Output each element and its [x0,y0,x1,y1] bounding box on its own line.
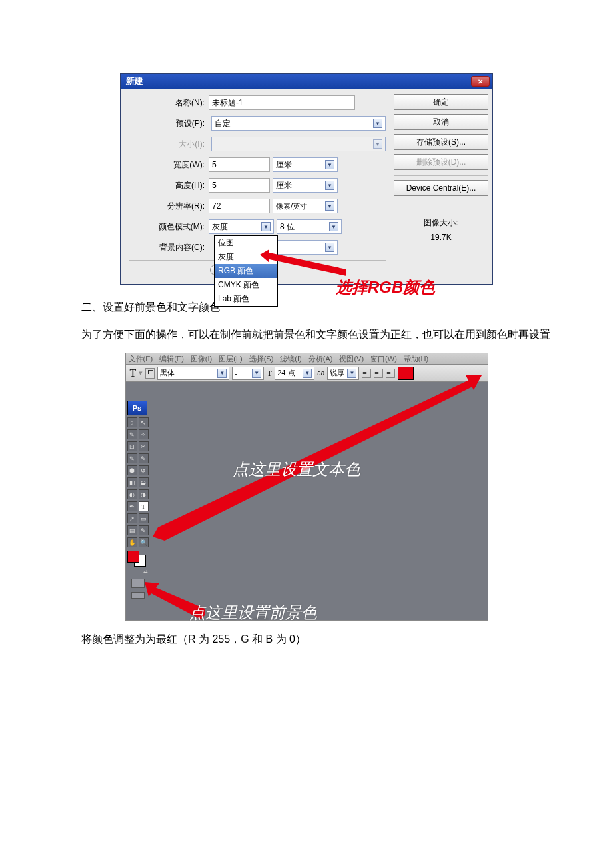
name-label: 名称(N): [129,97,209,109]
aa-label: aa [317,369,324,377]
history-brush-icon[interactable]: ↺ [139,465,149,475]
new-file-dialog: 新建 ✕ 名称(N): 预设(P): 自定 ▼ [120,73,493,285]
orientation-icon[interactable]: IT [145,368,155,379]
device-central-button[interactable]: Device Central(E)... [394,180,488,196]
menu-item[interactable]: 图像(I) [191,354,212,364]
photoshop-logo-icon: Ps [127,401,147,415]
resolution-input[interactable] [209,199,270,213]
annotation-select-rgb: 选择RGB颜色 [336,277,435,298]
photoshop-screenshot: 文件(E) 编辑(E) 图像(I) 图层(L) 选择(S) 滤镜(I) 分析(A… [125,353,488,621]
menu-item[interactable]: 窗口(W) [370,354,397,364]
font-size-icon: T [267,368,272,379]
image-size-label: 图像大小: [394,217,488,229]
menu-item[interactable]: 图层(L) [219,354,242,364]
canvas-area: Ps ○↖ ✎✧ ⊡✂ ✎✎ ⬢↺ ◧◒ ◐◑ ✒T ↗▭ ▤✎ ✋🔍 ⇄ [125,382,488,621]
align-center-icon[interactable]: ≡ [374,369,383,378]
stamp-tool-icon[interactable]: ⬢ [127,465,137,475]
chevron-down-icon: ▼ [303,369,312,378]
ok-button[interactable]: 确定 [394,94,488,110]
bg-content-select[interactable]: ▼ [273,240,338,255]
dodge-tool-icon[interactable]: ◑ [139,489,149,499]
anti-alias-select[interactable]: 锐厚 ▼ [327,367,359,380]
close-button[interactable]: ✕ [471,76,490,87]
type-tool-icon[interactable]: T [139,501,149,511]
name-input[interactable] [209,95,355,110]
chevron-down-icon: ▼ [325,181,334,190]
notes-tool-icon[interactable]: ▤ [127,525,137,535]
slice-tool-icon[interactable]: ✂ [139,441,149,451]
chevron-down-icon: ▼ [325,243,334,252]
mode-option[interactable]: 位图 [215,236,277,250]
height-unit-select[interactable]: 厘米 ▼ [273,178,338,193]
mode-option[interactable]: Lab 颜色 [215,292,277,306]
resolution-label: 分辨率(R): [129,201,209,212]
menu-item[interactable]: 文件(E) [129,354,153,364]
menu-item[interactable]: 分析(A) [308,354,333,364]
menu-item[interactable]: 选择(S) [249,354,274,364]
path-tool-icon[interactable]: ↗ [127,513,137,523]
mode-option[interactable]: 灰度 [215,250,277,264]
menu-item[interactable]: 编辑(E) [159,354,184,364]
width-label: 宽度(W): [129,159,209,171]
move-tool-icon[interactable]: ↖ [139,417,149,427]
color-mode-dropdown-list[interactable]: 位图 灰度 RGB 颜色 CMYK 颜色 Lab 颜色 [214,235,278,307]
page: 新建 ✕ 名称(N): 预设(P): 自定 ▼ [0,0,613,868]
preset-select[interactable]: 自定 ▼ [211,116,386,131]
width-input[interactable] [209,157,270,172]
swap-colors-icon[interactable]: ⇄ [127,569,149,575]
chevron-down-icon: ▼ [325,160,334,169]
brush-tool-icon[interactable]: ✎ [127,453,137,463]
eyedropper-tool-icon[interactable]: ✎ [139,525,149,535]
foreground-color-swatch[interactable] [127,551,139,563]
annotation-foreground-color: 点这里设置前景色 [189,602,317,623]
size-label: 大小(I): [129,139,209,150]
text-color-swatch[interactable] [398,367,414,380]
menu-item[interactable]: 视图(V) [339,354,364,364]
font-style-select[interactable]: - ▼ [232,367,264,380]
quickmask-icon[interactable] [131,579,145,588]
bucket-tool-icon[interactable]: ◒ [139,477,149,487]
screenmode-icon[interactable] [131,592,145,599]
hand-tool-icon[interactable]: ✋ [127,537,137,547]
zoom-tool-icon[interactable]: 🔍 [139,537,149,547]
image-size-value: 19.7K [394,233,488,242]
preset-label: 预设(P): [129,118,209,129]
menu-item[interactable]: 帮助(H) [404,354,428,364]
color-swatches[interactable] [127,551,146,567]
chevron-down-icon: ▼ [217,369,227,378]
chevron-down-icon: ▼ [373,139,382,149]
wand-tool-icon[interactable]: ✧ [139,429,149,439]
delete-preset-button: 删除预设(D)... [394,154,488,170]
font-family-select[interactable]: 黑体 ▼ [157,367,229,380]
mode-option-selected[interactable]: RGB 颜色 [215,264,277,278]
align-left-icon[interactable]: ≡ [362,369,371,378]
shape-tool-icon[interactable]: ▭ [139,513,149,523]
chevron-down-icon: ▼ [347,369,356,378]
paragraph-footer: 将颜色调整为为最红（R 为 255，G 和 B 为 0） [60,630,553,648]
menu-item[interactable]: 滤镜(I) [280,354,301,364]
resolution-unit-select[interactable]: 像素/英寸 ▼ [273,199,338,213]
tool-icon[interactable]: ○ [127,417,137,427]
eraser-tool-icon[interactable]: ◧ [127,477,137,487]
lasso-tool-icon[interactable]: ✎ [127,429,137,439]
pencil-tool-icon[interactable]: ✎ [139,453,149,463]
menubar[interactable]: 文件(E) 编辑(E) 图像(I) 图层(L) 选择(S) 滤镜(I) 分析(A… [125,353,488,365]
bg-content-label: 背景内容(C): [129,242,209,253]
height-input[interactable] [209,178,270,193]
toolbox: Ps ○↖ ✎✧ ⊡✂ ✎✎ ⬢↺ ◧◒ ◐◑ ✒T ↗▭ ▤✎ ✋🔍 ⇄ [126,398,151,601]
align-right-icon[interactable]: ≡ [386,369,395,378]
font-size-select[interactable]: 24 点 ▼ [275,367,314,380]
chevron-down-icon: ▼ [373,119,382,128]
crop-tool-icon[interactable]: ⊡ [127,441,137,451]
mode-option[interactable]: CMYK 颜色 [215,278,277,292]
cancel-button[interactable]: 取消 [394,114,488,130]
type-tool-icon: T [130,367,137,379]
blur-tool-icon[interactable]: ◐ [127,489,137,499]
width-unit-select[interactable]: 厘米 ▼ [273,157,338,172]
annotation-text-color: 点这里设置文本色 [233,459,360,480]
save-preset-button[interactable]: 存储预设(S)... [394,134,488,150]
svg-marker-1 [153,375,478,541]
color-depth-select[interactable]: 8 位 ▼ [277,219,342,234]
color-mode-select[interactable]: 灰度 ▼ [209,219,274,234]
pen-tool-icon[interactable]: ✒ [127,501,137,511]
